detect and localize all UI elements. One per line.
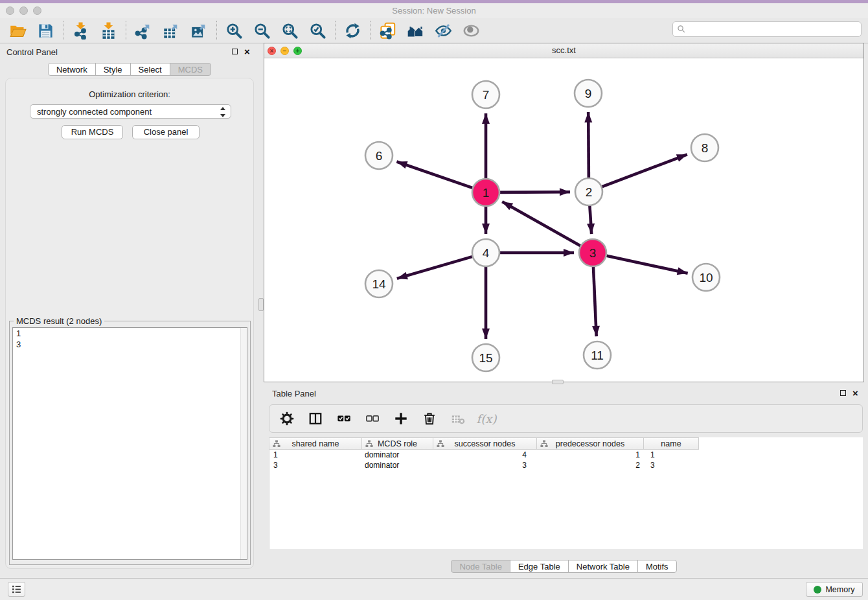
float-table-panel-icon[interactable]: [840, 390, 846, 396]
mcds-result-title: MCDS result (2 nodes): [14, 316, 104, 326]
network-canvas[interactable]: 7968124314101511: [264, 58, 863, 382]
deselect-all-columns-button[interactable]: [363, 409, 382, 428]
table-row[interactable]: 3dominator323: [269, 460, 863, 470]
zoom-out-icon: [253, 22, 271, 40]
graph-edge-3-11[interactable]: [593, 267, 597, 336]
application-window: Session: New Session Control Panel × Net…: [0, 0, 868, 600]
first-neighbors-button[interactable]: [402, 19, 429, 41]
horizontal-splitter-handle[interactable]: [552, 380, 564, 384]
graph-edge-3-10[interactable]: [606, 256, 687, 273]
column-header-label: predecessor nodes: [556, 439, 624, 448]
column-type-icon: [273, 440, 280, 450]
graph-edge-1-6[interactable]: [396, 161, 472, 187]
apply-layout-button[interactable]: [339, 19, 367, 41]
graph-node-label: 8: [702, 141, 709, 155]
export-table-button[interactable]: [157, 19, 185, 41]
zoom-in-button[interactable]: [220, 19, 248, 41]
column-header-label: successor nodes: [455, 439, 516, 448]
column-header-name[interactable]: name: [644, 437, 699, 450]
gear-icon: [280, 411, 294, 426]
criterion-select[interactable]: strongly connected component: [30, 104, 231, 119]
save-session-button[interactable]: [32, 19, 60, 41]
table-toolbar: f(x): [269, 404, 863, 433]
function-builder-button: f(x): [477, 409, 496, 428]
graph-node-label: 4: [483, 246, 490, 260]
column-split-icon: [308, 411, 323, 426]
table-cell: dominator: [362, 450, 433, 460]
delete-columns-button[interactable]: [420, 409, 439, 428]
mcds-panel: Optimization criterion: strongly connect…: [5, 78, 254, 569]
table-cell: 1: [644, 450, 699, 460]
add-column-button[interactable]: [391, 409, 411, 428]
network-window: × − + scc.txt 7968124314101511: [264, 43, 864, 382]
graph-edge-2-9[interactable]: [588, 112, 589, 178]
column-header-shared-name[interactable]: shared name: [269, 437, 362, 450]
tab-style[interactable]: Style: [95, 63, 131, 76]
close-table-panel-icon[interactable]: ×: [852, 389, 858, 397]
table-tab-node-table[interactable]: Node Table: [451, 560, 510, 573]
result-scrollbar[interactable]: [240, 328, 247, 559]
table-cell: 1: [269, 450, 362, 460]
import-network-icon: [72, 22, 89, 40]
close-panel-button[interactable]: Close panel: [132, 125, 200, 139]
table-cell: dominator: [362, 460, 433, 470]
column-header-label: MCDS role: [378, 439, 417, 448]
table-tab-motifs[interactable]: Motifs: [637, 560, 677, 573]
uncheck-pair-icon: [365, 411, 380, 426]
toolbar-separator: [63, 21, 63, 40]
tab-select[interactable]: Select: [130, 63, 170, 76]
vertical-splitter-handle[interactable]: [258, 298, 264, 311]
eye-icon: [463, 22, 480, 40]
zoom-fit-button[interactable]: [276, 19, 304, 41]
table-row[interactable]: 1dominator411: [269, 450, 863, 460]
task-list-button[interactable]: [8, 582, 25, 597]
memory-button[interactable]: Memory: [806, 582, 863, 597]
zoom-in-icon: [225, 22, 243, 40]
graph-node-label: 14: [372, 277, 386, 291]
graph-node-label: 6: [376, 149, 383, 163]
table-cell: 2: [537, 460, 644, 470]
graph-edge-3-1[interactable]: [502, 202, 580, 246]
new-network-from-selection-button[interactable]: [374, 19, 402, 41]
float-panel-icon[interactable]: [232, 49, 238, 54]
criterion-value: strongly connected component: [37, 107, 152, 117]
table-tabs: Node TableEdge TableNetwork TableMotifs: [264, 560, 864, 573]
select-all-columns-button[interactable]: [334, 409, 354, 428]
mcds-result-list[interactable]: 13: [12, 327, 247, 560]
toolbar-separator: [370, 21, 371, 40]
window-title: Session: New Session: [0, 6, 868, 16]
graph-node-label: 7: [483, 88, 490, 102]
graph-node-label: 15: [479, 351, 492, 365]
graph-edge-2-8[interactable]: [602, 154, 687, 187]
column-header-successor-nodes[interactable]: successor nodes: [433, 437, 537, 450]
search-field[interactable]: [672, 21, 862, 37]
tab-mcds[interactable]: MCDS: [170, 63, 211, 76]
graph-edge-1-2[interactable]: [500, 192, 570, 192]
folder-open-icon: [9, 22, 27, 40]
column-header-predecessor-nodes[interactable]: predecessor nodes: [537, 437, 644, 450]
toggle-column-panel-button[interactable]: [306, 409, 325, 428]
graph-edge-4-14[interactable]: [397, 257, 472, 279]
column-header-MCDS-role[interactable]: MCDS role: [362, 437, 433, 450]
table-tab-network-table[interactable]: Network Table: [568, 560, 638, 573]
zoom-selected-button[interactable]: [304, 19, 332, 41]
search-input[interactable]: [689, 24, 857, 35]
graph-edge-2-3[interactable]: [589, 206, 591, 234]
hide-selected-button[interactable]: [429, 19, 457, 41]
close-panel-icon[interactable]: ×: [244, 48, 250, 55]
import-table-button[interactable]: [95, 19, 122, 41]
network-graph: 7968124314101511: [264, 58, 863, 382]
tab-network[interactable]: Network: [48, 63, 96, 76]
export-image-button[interactable]: [185, 19, 213, 41]
export-network-button[interactable]: [130, 19, 157, 41]
zoom-fit-icon: [281, 22, 299, 40]
import-network-button[interactable]: [67, 19, 95, 41]
open-session-button[interactable]: [4, 19, 32, 41]
show-all-button[interactable]: [457, 19, 485, 41]
table-tab-edge-table[interactable]: Edge Table: [510, 560, 569, 573]
zoom-out-button[interactable]: [248, 19, 276, 41]
run-mcds-button[interactable]: Run MCDS: [62, 125, 123, 139]
control-panel-header-icons: ×: [232, 48, 250, 55]
column-header-label: name: [661, 439, 681, 448]
table-settings-button[interactable]: [277, 409, 297, 428]
